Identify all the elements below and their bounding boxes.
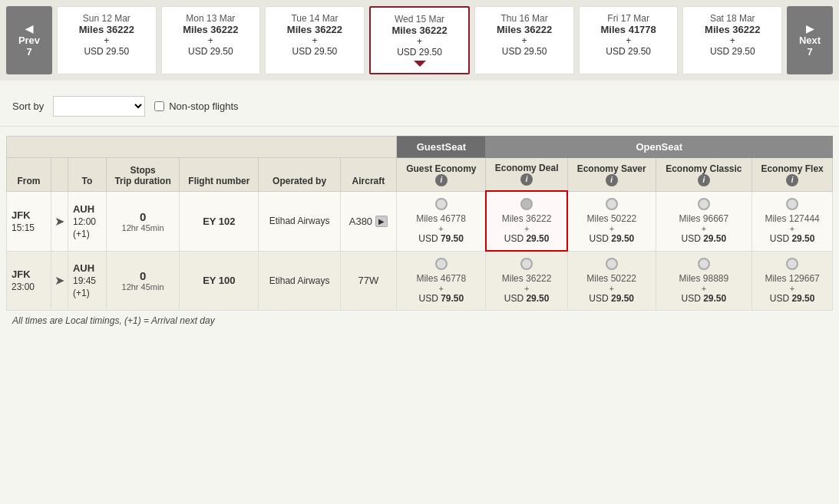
to-cell: AUH 19:45 (+1) [68, 251, 106, 311]
nonstop-text: Non-stop flights [169, 100, 238, 112]
date-cell-sun[interactable]: Sun 12 Mar Miles 36222 + USD 29.50 [57, 6, 157, 74]
table-row: JFK 15:15 ➤ AUH 12:00 (+1) 0 12hr 4 [7, 191, 833, 251]
economy-flex-price-cell[interactable]: Miles 129667 + USD 29.50 [752, 251, 833, 311]
nonstop-checkbox[interactable] [154, 101, 164, 111]
stops-cell: 0 12hr 45min [106, 251, 179, 311]
economy-flex-radio[interactable] [786, 198, 798, 210]
trip-duration: 12hr 45min [111, 223, 174, 232]
to-airport: AUH [73, 262, 94, 274]
miles-value: Miles 36222 [273, 24, 356, 35]
from-cell: JFK 23:00 [7, 251, 51, 311]
flight-number-cell: EY 100 [180, 251, 259, 311]
economy-flex-usd: USD 29.50 [757, 233, 827, 244]
flight-arrow-icon: ➤ [55, 274, 64, 287]
economy-classic-radio[interactable] [698, 198, 710, 210]
economy-classic-price-cell[interactable]: Miles 96667 + USD 29.50 [656, 191, 752, 251]
guest-economy-info-icon[interactable]: i [435, 174, 448, 186]
to-day: (+1) [73, 288, 90, 298]
economy-classic-price-cell[interactable]: Miles 98889 + USD 29.50 [656, 251, 752, 311]
col-to: To [68, 158, 106, 192]
economy-deal-usd: USD 29.50 [491, 293, 562, 304]
operated-by-cell: Etihad Airways [259, 191, 340, 251]
miles-value: Miles 36222 [691, 24, 774, 35]
date-cell-sat[interactable]: Sat 18 Mar Miles 36222 + USD 29.50 [682, 6, 782, 74]
economy-saver-info-icon[interactable]: i [606, 174, 618, 186]
miles-value: Miles 36222 [483, 24, 566, 35]
guest-economy-usd: USD 79.50 [401, 293, 481, 304]
prev-label: Prev [18, 35, 40, 46]
next-button[interactable]: ▶ Next 7 [787, 6, 833, 74]
prev-button[interactable]: ◀ Prev 7 [6, 6, 52, 74]
economy-flex-usd: USD 29.50 [757, 293, 827, 304]
col-stops: Stops Trip duration [106, 158, 179, 192]
from-airport: JFK [12, 209, 31, 221]
economy-saver-price-cell[interactable]: Miles 50222 + USD 29.50 [567, 251, 656, 311]
plus-sign: + [483, 35, 566, 46]
next-num: 7 [807, 46, 812, 58]
from-airport: JFK [12, 268, 31, 280]
col-arrow [51, 158, 68, 192]
sort-label: Sort by [12, 100, 44, 112]
guest-economy-price-cell[interactable]: Miles 46778 + USD 79.50 [397, 251, 486, 311]
sort-select[interactable] [53, 96, 145, 117]
stops-count: 0 [111, 210, 174, 223]
economy-deal-radio[interactable] [520, 198, 533, 210]
guest-economy-radio[interactable] [435, 198, 448, 210]
economy-flex-price-cell[interactable]: Miles 127444 + USD 29.50 [752, 191, 833, 251]
guest-economy-miles: Miles 46778 [401, 213, 481, 224]
col-flight-number: Flight number [180, 158, 259, 192]
economy-saver-usd: USD 29.50 [573, 233, 650, 244]
usd-value: USD 29.50 [170, 46, 253, 57]
nonstop-label[interactable]: Non-stop flights [154, 100, 238, 112]
date-cell-tue[interactable]: Tue 14 Mar Miles 36222 + USD 29.50 [265, 6, 365, 74]
economy-saver-price-cell[interactable]: Miles 50222 + USD 29.50 [567, 191, 656, 251]
stops-count: 0 [111, 269, 174, 282]
date-cell-mon[interactable]: Mon 13 Mar Miles 36222 + USD 29.50 [161, 6, 261, 74]
date-label: Sat 18 Mar [691, 13, 774, 24]
aircraft-link-icon[interactable]: ▶ [375, 216, 388, 227]
date-navigation: ◀ Prev 7 Sun 12 Mar Miles 36222 + USD 29… [0, 0, 839, 81]
plus-sign: + [170, 35, 253, 46]
aircraft-cell: 77W [340, 251, 396, 311]
aircraft-type: 77W [358, 275, 379, 286]
date-label: Sun 12 Mar [65, 13, 148, 24]
economy-flex-info-icon[interactable]: i [786, 174, 798, 186]
economy-deal-price-cell[interactable]: Miles 36222 + USD 29.50 [486, 191, 567, 251]
from-cell: JFK 15:15 [7, 191, 51, 251]
date-cell-fri[interactable]: Fri 17 Mar Miles 41778 + USD 29.50 [579, 6, 679, 74]
economy-deal-info-icon[interactable]: i [520, 173, 533, 186]
usd-value: USD 29.50 [65, 46, 148, 57]
economy-classic-info-icon[interactable]: i [698, 174, 710, 186]
economy-saver-radio[interactable] [606, 198, 618, 210]
date-cell-wed[interactable]: Wed 15 Mar Miles 36222 + USD 29.50 [369, 6, 471, 74]
economy-saver-radio[interactable] [606, 258, 618, 270]
guest-economy-usd: USD 79.50 [401, 233, 481, 244]
economy-deal-radio[interactable] [520, 258, 533, 270]
to-airport: AUH [73, 203, 94, 215]
economy-saver-miles: Miles 50222 [573, 273, 651, 284]
economy-classic-miles: Miles 96667 [661, 213, 748, 224]
guest-economy-price-cell[interactable]: Miles 46778 + USD 79.50 [397, 191, 486, 251]
usd-value: USD 29.50 [378, 47, 461, 58]
plus-sign: + [691, 35, 774, 46]
economy-classic-usd: USD 29.50 [661, 233, 748, 244]
guest-economy-radio[interactable] [435, 258, 448, 270]
aircraft-cell: A380 ▶ [340, 191, 396, 251]
date-cell-thu[interactable]: Thu 16 Mar Miles 36222 + USD 29.50 [474, 6, 574, 74]
openseat-header: OpenSeat [486, 137, 833, 158]
sort-bar: Sort by Non-stop flights [0, 87, 839, 127]
economy-flex-miles: Miles 127444 [757, 213, 827, 224]
economy-deal-price-cell[interactable]: Miles 36222 + USD 29.50 [486, 251, 567, 311]
economy-flex-radio[interactable] [786, 258, 798, 270]
economy-classic-radio[interactable] [698, 258, 710, 270]
economy-deal-miles: Miles 36222 [491, 213, 562, 224]
usd-value: USD 29.50 [691, 46, 774, 57]
economy-flex-miles: Miles 129667 [757, 273, 827, 284]
col-guest-economy: Guest Economy i [397, 158, 486, 192]
economy-deal-usd: USD 29.50 [491, 233, 562, 244]
flight-table: GuestSeat OpenSeat From To Stops Trip du… [6, 136, 833, 311]
usd-value: USD 29.50 [483, 46, 566, 57]
usd-value: USD 29.50 [587, 46, 670, 57]
date-label: Fri 17 Mar [587, 13, 670, 24]
guest-economy-miles: Miles 46778 [401, 273, 481, 284]
